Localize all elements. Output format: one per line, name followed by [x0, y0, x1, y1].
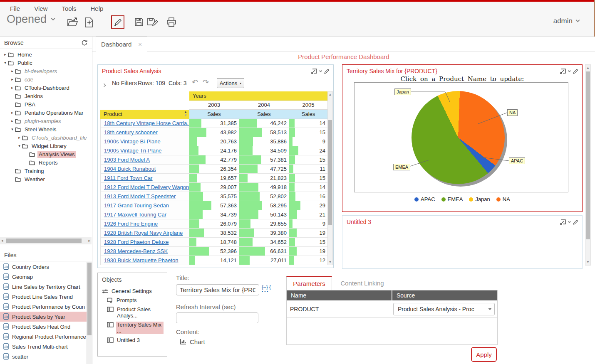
widget-title-input[interactable]: [176, 284, 259, 295]
scroll-down-icon[interactable]: ▼: [328, 260, 332, 264]
tree-item-bi-developers[interactable]: ▸bi-developers: [0, 67, 92, 75]
table-scrollbar[interactable]: ▲ ▼: [327, 91, 333, 265]
scrollbar-thumb[interactable]: [6, 239, 82, 243]
product-link[interactable]: 1911 Ford Town Car: [104, 175, 153, 181]
tab-content-linking[interactable]: Content Linking: [332, 276, 392, 290]
caret-right-icon[interactable]: ▸: [10, 77, 15, 81]
expand-chevron-icon[interactable]: [103, 81, 105, 88]
pie-label-japan[interactable]: Japan: [394, 89, 411, 95]
product-link[interactable]: 1928 British Royal Navy Airplane: [104, 230, 183, 236]
legend-item-japan[interactable]: Japan: [469, 196, 490, 202]
caret-down-icon[interactable]: ▾: [17, 144, 22, 148]
tree-item-plugin-samples[interactable]: ▸plugin-samples: [0, 117, 92, 125]
tree-item-ctools-dashboard[interactable]: ▸CTools-Dashboard: [0, 84, 92, 92]
year-header-2004[interactable]: 2004: [239, 101, 289, 110]
file-item-product-sales-by-year[interactable]: Product Sales by Year: [0, 312, 87, 322]
sales-header-2004[interactable]: Sales: [239, 110, 289, 119]
year-header-2003[interactable]: 2003: [189, 101, 239, 110]
file-item-sales-trend-multi-chart[interactable]: Sales Trend Multi-chart: [0, 342, 87, 352]
file-item-product-sales-heat-grid[interactable]: Product Sales Heat Grid: [0, 322, 87, 332]
open-folder-icon[interactable]: [67, 17, 78, 28]
edit-pencil-icon[interactable]: [573, 68, 579, 74]
tree-item-weather[interactable]: Weather: [0, 175, 92, 183]
apply-button[interactable]: Apply: [471, 347, 497, 362]
pie-chart[interactable]: [412, 91, 505, 184]
object-item-product-sales-analys-[interactable]: Product Sales Analys...: [107, 306, 167, 319]
pie-label-na[interactable]: NA: [507, 109, 518, 116]
refresh-interval-input[interactable]: [176, 312, 258, 323]
product-link[interactable]: 1900s Vintage Tri-Plane: [104, 148, 162, 154]
product-link[interactable]: 1930 Buick Marquette Phaeton: [104, 257, 178, 263]
file-item-geomap[interactable]: Geomap: [0, 272, 87, 282]
year-header-2005[interactable]: 2005: [289, 101, 327, 110]
product-link[interactable]: 1928 Ford Phaeton Deluxe: [104, 239, 169, 245]
opened-dropdown[interactable]: Opened: [7, 13, 55, 26]
tree-item-reports[interactable]: Reports: [0, 158, 92, 167]
save-icon[interactable]: [134, 17, 144, 27]
product-link[interactable]: 1917 Maxwell Touring Car: [104, 212, 166, 218]
insert-parameter-icon[interactable]: {–} {•••: [262, 285, 271, 294]
menu-item-help[interactable]: Help: [90, 5, 103, 12]
tree-item-pba[interactable]: PBA: [0, 100, 92, 108]
file-item-product-line-sales-trend[interactable]: Product Line Sales Trend: [0, 292, 87, 302]
undo-icon[interactable]: ↶: [192, 79, 198, 86]
file-item-scatter[interactable]: scatter: [0, 352, 87, 362]
territory-widget-panel[interactable]: Territory Sales Mix for {PRODUCT} Click …: [342, 64, 583, 212]
product-link[interactable]: 1912 Ford Model T Delivery Wagon: [104, 184, 189, 190]
untitled-widget-panel[interactable]: Untitled 3: [342, 215, 583, 269]
scrollbar-thumb[interactable]: [586, 71, 590, 239]
tree-item-training[interactable]: Training: [0, 167, 92, 175]
product-link[interactable]: 1926 Ford Fire Engine: [104, 221, 158, 227]
tree-item-steel-wheels[interactable]: ▾Steel Wheels: [0, 125, 92, 133]
chevron-down-icon[interactable]: [568, 220, 571, 223]
sort-icon[interactable]: ▲▼: [184, 111, 187, 117]
product-link[interactable]: 1928 Mercedes-Benz SSK: [104, 248, 168, 254]
menu-item-file[interactable]: File: [10, 5, 20, 12]
scroll-up-icon[interactable]: ▲: [328, 93, 332, 96]
scroll-up-icon[interactable]: ▲: [585, 66, 590, 70]
close-icon[interactable]: ×: [138, 41, 142, 48]
edit-mode-button[interactable]: [111, 15, 124, 29]
scrollbar-thumb[interactable]: [87, 263, 92, 335]
refresh-icon[interactable]: [81, 39, 88, 46]
object-item-prompts[interactable]: Prompts: [107, 297, 167, 303]
canvas-scrollbar[interactable]: ▲ ▼: [585, 64, 591, 266]
edit-pencil-icon[interactable]: [573, 219, 579, 225]
caret-down-icon[interactable]: ▾: [2, 61, 8, 65]
file-item-line-sales-by-territory-chart[interactable]: Line Sales by Territory Chart: [0, 282, 87, 292]
product-link[interactable]: 1900s Vintage Bi-Plane: [104, 138, 161, 145]
chevron-down-icon[interactable]: [568, 69, 571, 72]
scroll-down-icon[interactable]: ▼: [585, 260, 590, 264]
pie-label-emea[interactable]: EMEA: [393, 164, 410, 170]
object-item-general-settings[interactable]: General Settings: [102, 288, 167, 294]
caret-right-icon[interactable]: ▸: [10, 119, 15, 123]
tree-item-widget-library[interactable]: ▾Widget Library: [0, 142, 92, 150]
tree-item-pentaho-operations-mar[interactable]: ▸Pentaho Operations Mar: [0, 108, 92, 117]
caret-right-icon[interactable]: ▸: [2, 52, 8, 57]
scroll-right-icon[interactable]: ▸: [88, 239, 90, 243]
scroll-left-icon[interactable]: ◂: [1, 239, 3, 243]
legend-item-apac[interactable]: APAC: [414, 196, 435, 202]
open-in-new-icon[interactable]: [559, 68, 566, 74]
years-dimension-header[interactable]: Years: [189, 91, 327, 101]
product-link[interactable]: 1913 Ford Model T Speedster: [104, 193, 176, 199]
product-link[interactable]: 18th Century Vintage Horse Carria...: [104, 120, 189, 126]
save-as-icon[interactable]: [147, 17, 159, 27]
user-menu[interactable]: admin: [553, 17, 579, 25]
tree-item-home[interactable]: ▸Home: [0, 50, 92, 59]
analysis-widget-panel[interactable]: Product Sales Analysis No Filters Rows: …: [97, 64, 334, 268]
tab-parameters[interactable]: Parameters: [286, 276, 332, 290]
object-item-untitled-3[interactable]: Untitled 3: [107, 337, 167, 343]
pie-label-apac[interactable]: APAC: [509, 157, 525, 164]
files-scrollbar[interactable]: [87, 262, 92, 364]
product-link[interactable]: 1917 Grand Touring Sedan: [104, 202, 169, 209]
menu-item-view[interactable]: View: [34, 5, 47, 12]
legend-item-na[interactable]: NA: [496, 196, 510, 202]
object-item-territory-sales-mix-[interactable]: Territory Sales Mix ...: [107, 322, 167, 334]
redo-icon[interactable]: ↷: [203, 79, 209, 86]
legend-item-emea[interactable]: EMEA: [441, 196, 463, 202]
tree-item-public[interactable]: ▾Public: [0, 59, 92, 67]
sales-header-2003[interactable]: Sales: [189, 110, 239, 119]
menu-item-tools[interactable]: Tools: [62, 5, 76, 12]
parameter-source-select[interactable]: Product Sales Analysis - Proc: [393, 303, 495, 315]
